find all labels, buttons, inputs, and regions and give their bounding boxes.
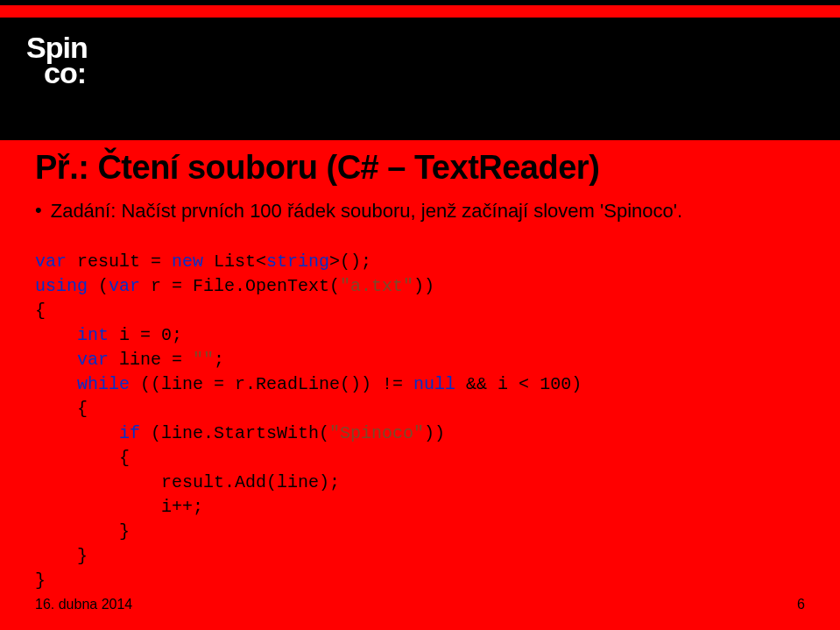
code-text: { [35,301,46,321]
logo-line2: co: [26,60,88,86]
footer-date: 16. dubna 2014 [35,597,132,612]
code-text: { [35,448,130,468]
code-text: >(); [329,251,371,272]
code-text: (line.StartsWith( [140,423,329,443]
code-block: var result = new List<string>(); using (… [35,250,805,593]
bullet-icon: • [35,199,42,222]
content-area: Př.: Čtení souboru (C# – TextReader) • Z… [35,149,805,593]
footer-page: 6 [797,597,805,612]
code-text: } [35,521,130,542]
code-text: ((line = r.ReadLine()) != [130,374,413,394]
code-string: "Spinoco" [329,423,424,443]
footer: 16. dubna 2014 6 [35,597,805,612]
code-string: "" [193,350,214,370]
code-string: "a.txt" [340,276,413,296]
code-kw: string [266,251,329,272]
code-text: && i < 100) [455,374,582,394]
code-text: line = [109,350,193,370]
code-text: } [35,546,88,566]
code-text: result = [67,251,172,272]
code-text: )) [424,423,445,443]
code-text: i++; [35,497,203,517]
header-band: Spin co: [0,0,840,140]
code-text: List< [203,251,266,272]
code-text: ; [214,350,224,370]
code-text: result.Add(line); [35,472,340,492]
code-text: } [35,570,46,591]
code-kw: if [35,423,140,443]
code-text: r = File.OpenText( [140,276,340,296]
header-red-stripe [0,5,840,18]
code-kw: using [35,276,88,296]
code-text: ( [88,276,109,296]
code-kw: null [413,374,455,394]
code-kw: while [35,374,130,394]
code-kw: var [109,276,140,296]
code-text: i = 0; [109,325,182,345]
code-kw: new [172,251,203,272]
code-text: { [35,399,88,419]
slide-title: Př.: Čtení souboru (C# – TextReader) [35,149,805,187]
subtitle-row: • Zadání: Načíst prvních 100 řádek soubo… [35,199,805,223]
subtitle-text: Zadání: Načíst prvních 100 řádek souboru… [51,199,682,223]
code-kw: int [35,325,109,345]
code-kw: var [35,251,67,272]
logo: Spin co: [26,35,88,86]
code-text: )) [413,276,434,296]
code-kw: var [35,350,109,370]
